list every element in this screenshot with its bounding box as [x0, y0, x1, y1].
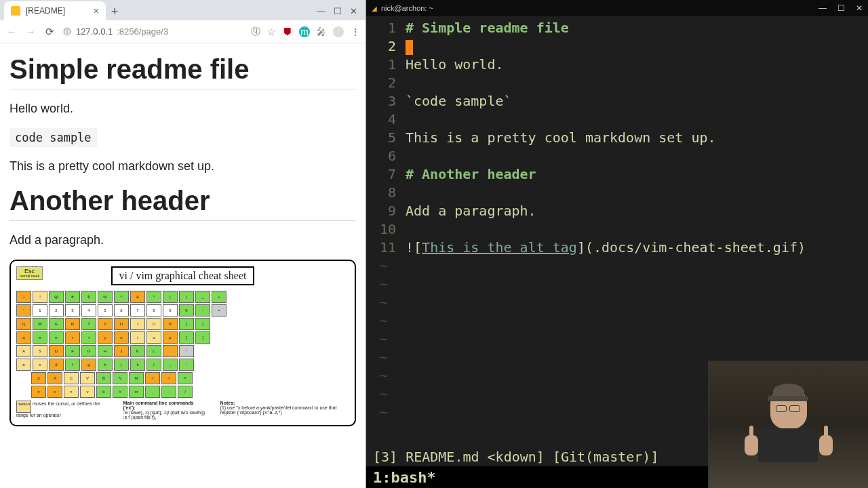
forward-icon[interactable]: →: [24, 26, 37, 38]
address-bar: ← → ⟳ ⓘ 127.0.0.1:8256/page/3 ⓠ ☆ ⛊ m 🎤︎…: [0, 20, 366, 43]
maximize-icon[interactable]: ☐: [837, 3, 845, 13]
empty-line-tilde: ~: [366, 293, 868, 312]
back-icon[interactable]: ←: [5, 26, 18, 38]
reload-icon[interactable]: ⟳: [43, 26, 56, 38]
keyboard-row: qwertyuiop[]: [16, 331, 349, 344]
close-window-icon[interactable]: ✕: [350, 6, 357, 16]
extension-icon[interactable]: m: [299, 26, 310, 37]
editor-line: 7# Another header: [366, 165, 868, 184]
empty-line-tilde: ~: [366, 275, 868, 293]
editor-line: 4: [366, 110, 868, 129]
keyboard-row: ~!@#$%^&*()_+: [16, 291, 349, 303]
ublock-icon[interactable]: ⛊: [283, 26, 292, 37]
search-engine-icon[interactable]: ⓠ: [251, 26, 260, 38]
minimize-icon[interactable]: —: [818, 3, 827, 13]
editor-line: 2: [366, 74, 868, 92]
keyboard-row: QWERTYUIOP{}: [16, 318, 349, 330]
terminal-title: nick@archon: ~: [381, 4, 433, 12]
favicon-icon: [11, 6, 20, 16]
toolbar-icons: ⓠ ☆ ⛊ m 🎤︎ ⋮: [251, 26, 360, 38]
keyboard-row: zxcvbnm,./: [31, 386, 349, 398]
browser-window: [README] × + — ☐ ✕ ← → ⟳ ⓘ 127.0.0.1:825…: [0, 0, 366, 488]
editor-line: 10: [366, 220, 868, 239]
keyboard-row: ZXCVBNM<>?: [31, 372, 349, 384]
bookmark-icon[interactable]: ☆: [267, 26, 276, 37]
cheat-sheet-title: vi / vim graphical cheat sheet: [111, 266, 255, 285]
browser-menu-icon[interactable]: ⋮: [351, 26, 360, 37]
maximize-icon[interactable]: ☐: [334, 6, 342, 16]
paragraph: Hello world.: [9, 102, 356, 116]
paragraph: Add a paragraph.: [9, 233, 356, 247]
editor-line: 8: [366, 184, 868, 202]
browser-tab[interactable]: [README] ×: [4, 1, 106, 20]
code-block: code sample: [9, 128, 356, 147]
site-info-icon[interactable]: ⓘ: [62, 27, 72, 37]
terminal-app-icon: ◢: [372, 5, 377, 12]
terminal-titlebar: ◢ nick@archon: ~ — ☐ ✕: [366, 0, 868, 16]
mic-icon[interactable]: 🎤︎: [317, 26, 326, 37]
paragraph: This is a pretty cool markdown set up.: [9, 159, 356, 174]
keyboard-row: `1234567890-=: [16, 304, 349, 317]
profile-avatar-icon[interactable]: [333, 26, 344, 37]
editor-line: 2: [366, 37, 868, 56]
minimize-icon[interactable]: —: [317, 6, 326, 16]
empty-line-tilde: ~: [366, 312, 868, 330]
tab-strip: [README] × + — ☐ ✕: [0, 0, 366, 20]
cheat-sheet-notes: motion moves the cursor, or defines the …: [16, 401, 349, 420]
webcam-person: [758, 388, 819, 462]
close-window-icon[interactable]: ✕: [856, 3, 863, 13]
tab-close-icon[interactable]: ×: [94, 5, 99, 16]
editor-line: 6: [366, 147, 868, 165]
editor-line: 1# Simple readme file: [366, 19, 868, 37]
esc-key: Esc normal mode: [16, 266, 43, 280]
keyboard-row: asdfghjkl;': [16, 359, 349, 371]
browser-window-controls: — ☐ ✕: [317, 6, 366, 20]
tab-title: [README]: [26, 6, 65, 16]
editor-line: 5This is a pretty cool markdown set up.: [366, 129, 868, 147]
vim-cheat-sheet-image: version 1.1 April 1st, 06 Esc normal mod…: [9, 260, 356, 426]
rendered-page: Simple readme file Hello world. code sam…: [0, 43, 366, 488]
page-heading-1: Simple readme file: [9, 54, 356, 89]
editor-line: 9Add a paragraph.: [366, 202, 868, 220]
empty-line-tilde: ~: [366, 257, 868, 275]
page-heading-2: Another header: [9, 186, 356, 221]
webcam-overlay: [708, 361, 868, 488]
editor-line: 11![This is the alt tag](.docs/vim-cheat…: [366, 239, 868, 257]
terminal-window: ◢ nick@archon: ~ — ☐ ✕ 1# Simple readme …: [366, 0, 868, 488]
url-field[interactable]: ⓘ 127.0.0.1:8256/page/3: [62, 26, 244, 37]
url-host: 127.0.0.1: [76, 26, 113, 37]
terminal-window-controls: — ☐ ✕: [818, 3, 863, 13]
keyboard-row: ASDFGHJKL:": [16, 345, 349, 357]
editor-line: 3`code sample`: [366, 92, 868, 110]
new-tab-button[interactable]: +: [106, 3, 123, 20]
empty-line-tilde: ~: [366, 330, 868, 348]
editor-line: 1Hello world.: [366, 56, 868, 74]
url-path: :8256/page/3: [117, 26, 168, 37]
